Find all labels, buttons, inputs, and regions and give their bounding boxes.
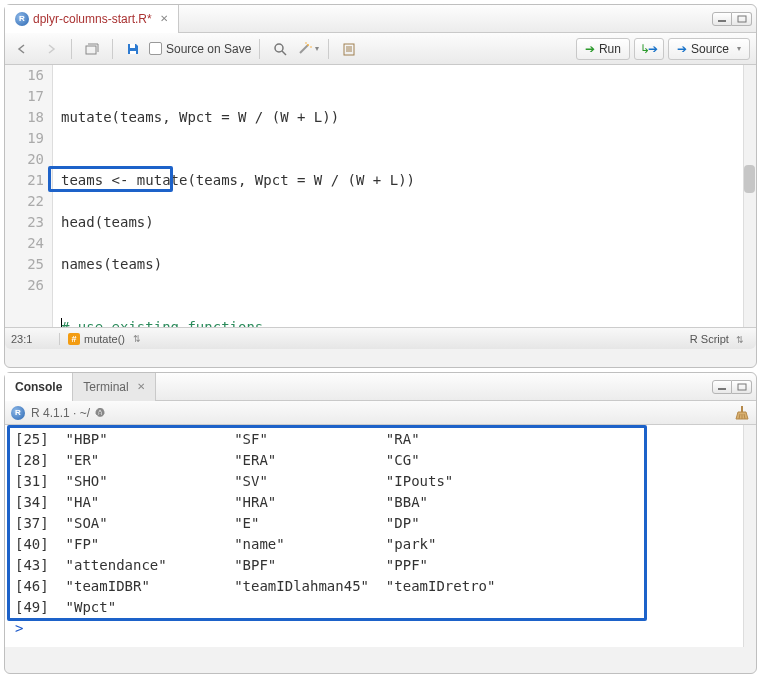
svg-rect-1 <box>738 16 746 22</box>
source-button[interactable]: ➔ Source ▾ <box>668 38 750 60</box>
source-on-save-label: Source on Save <box>166 42 251 56</box>
svg-rect-16 <box>738 384 746 390</box>
tab-terminal[interactable]: Terminal ✕ <box>73 373 155 401</box>
editor-scrollbar[interactable] <box>743 65 756 327</box>
svg-rect-0 <box>718 20 726 22</box>
svg-point-8 <box>307 44 309 46</box>
console-output[interactable]: [25] "HBP" "SF" "RA" [28] "ER" "ERA" "CG… <box>5 425 756 647</box>
code-line: mutate(teams, Wpct = W / (W + L)) <box>61 107 756 128</box>
source-on-save-checkbox[interactable] <box>149 42 162 55</box>
svg-line-7 <box>300 45 308 53</box>
source-toolbar: Source on Save ▾ ➔ Run ↳➔ ➔ Source ▾ <box>5 33 756 65</box>
maximize-pane-button[interactable] <box>732 12 752 26</box>
tab-console[interactable]: Console <box>5 373 73 401</box>
maximize-pane-button[interactable] <box>732 380 752 394</box>
svg-point-9 <box>311 46 313 48</box>
script-type-selector[interactable]: R Script ⇅ <box>684 333 750 345</box>
svg-rect-3 <box>130 44 135 48</box>
pane-window-controls <box>712 12 756 26</box>
source-label: Source <box>691 42 729 56</box>
console-scrollbar[interactable] <box>743 425 756 647</box>
source-status-bar: 23:1 # mutate() ⇅ R Script ⇅ <box>5 327 756 349</box>
svg-rect-15 <box>718 388 726 390</box>
source-tab-label: dplyr-columns-start.R* <box>33 12 152 26</box>
code-content[interactable]: mutate(teams, Wpct = W / (W + L)) teams … <box>53 65 756 327</box>
source-arrow-icon: ➔ <box>677 42 687 56</box>
run-label: Run <box>599 42 621 56</box>
divider <box>71 39 72 59</box>
console-tab-bar: Console Terminal ✕ <box>5 373 756 401</box>
close-tab-icon[interactable]: ✕ <box>160 13 168 24</box>
code-editor[interactable]: 16 17 18 19 20 21 22 23 24 25 ▾26 mutate… <box>5 65 756 327</box>
show-in-new-window-button[interactable] <box>80 38 104 60</box>
svg-point-10 <box>306 42 308 44</box>
run-button[interactable]: ➔ Run <box>576 38 630 60</box>
function-indicator[interactable]: # mutate() ⇅ <box>59 333 684 345</box>
compile-report-button[interactable] <box>337 38 361 60</box>
r-logo-icon <box>11 406 25 420</box>
divider <box>259 39 260 59</box>
r-file-icon <box>15 12 29 26</box>
save-button[interactable] <box>121 38 145 60</box>
code-line: teams <- mutate(teams, Wpct = W / (W + L… <box>61 170 756 191</box>
back-button[interactable] <box>11 38 35 60</box>
updown-icon: ⇅ <box>133 334 141 344</box>
console-prompt[interactable]: > <box>15 618 746 639</box>
console-subtitle: R 4.1.1 · ~/ <box>31 406 90 420</box>
source-file-tab[interactable]: dplyr-columns-start.R* ✕ <box>5 5 179 33</box>
run-arrow-icon: ➔ <box>585 42 595 56</box>
svg-rect-4 <box>130 51 136 54</box>
code-line: head(teams) <box>61 212 756 233</box>
console-text: [25] "HBP" "SF" "RA" [28] "ER" "ERA" "CG… <box>15 429 746 618</box>
svg-line-6 <box>282 51 286 55</box>
function-name: mutate() <box>84 333 125 345</box>
line-gutter: 16 17 18 19 20 21 22 23 24 25 ▾26 <box>5 65 53 327</box>
code-line: # use existing functions <box>61 317 756 327</box>
forward-button[interactable] <box>39 38 63 60</box>
svg-point-5 <box>275 44 283 52</box>
console-sub-bar: R 4.1.1 · ~/ 🅐 <box>5 401 756 425</box>
divider <box>112 39 113 59</box>
console-pane: Console Terminal ✕ R 4.1.1 · ~/ 🅐 [25] "… <box>4 372 757 674</box>
function-chip-icon: # <box>68 333 80 345</box>
updown-icon: ⇅ <box>736 335 744 345</box>
pane-window-controls <box>712 380 756 394</box>
divider <box>328 39 329 59</box>
code-line: names(teams) <box>61 254 756 275</box>
close-terminal-icon[interactable]: ✕ <box>137 381 145 392</box>
code-tools-button[interactable]: ▾ <box>296 38 320 60</box>
find-button[interactable] <box>268 38 292 60</box>
minimize-pane-button[interactable] <box>712 380 732 394</box>
svg-rect-2 <box>86 46 96 54</box>
source-pane: dplyr-columns-start.R* ✕ Source on Save <box>4 4 757 368</box>
clear-console-button[interactable] <box>734 405 750 421</box>
source-tab-bar: dplyr-columns-start.R* ✕ <box>5 5 756 33</box>
re-run-button[interactable]: ↳➔ <box>634 38 664 60</box>
minimize-pane-button[interactable] <box>712 12 732 26</box>
cursor-position: 23:1 <box>11 333 59 345</box>
